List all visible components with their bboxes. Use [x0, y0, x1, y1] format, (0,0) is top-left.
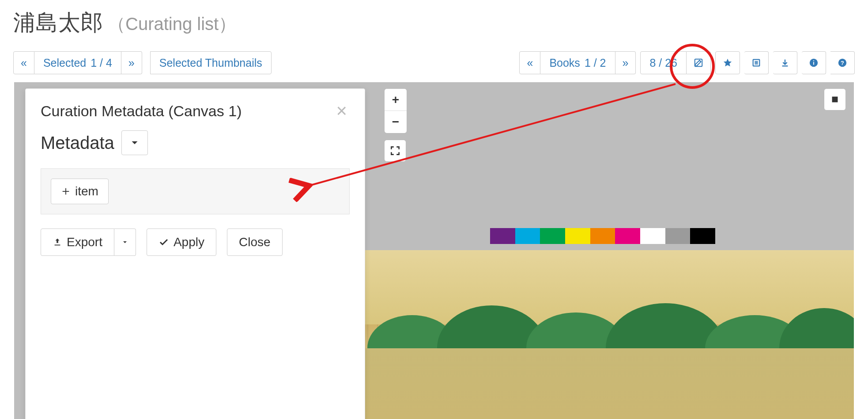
favorite-button[interactable]: [715, 51, 740, 74]
export-split-button: Export: [41, 229, 136, 256]
stop-button[interactable]: [824, 88, 846, 110]
plus-icon: [61, 187, 71, 196]
export-label: Export: [67, 235, 102, 249]
star-icon: [723, 58, 732, 68]
close-icon: ×: [336, 100, 347, 121]
info-icon: [809, 58, 819, 68]
svg-text:?: ?: [841, 60, 844, 66]
viewer-controls: + −: [384, 88, 407, 162]
export-icon: [53, 237, 62, 247]
add-item-button[interactable]: item: [51, 179, 109, 204]
list-button[interactable]: [744, 51, 769, 74]
page-subtitle: （Curating list）: [108, 12, 236, 36]
metadata-items-box: item: [41, 168, 350, 214]
books-count: 1 / 2: [585, 56, 606, 69]
check-icon: [159, 237, 169, 248]
apply-label: Apply: [174, 235, 204, 249]
help-icon: ?: [838, 58, 847, 68]
zoom-group: + −: [384, 88, 407, 133]
panel-close-button[interactable]: ×: [333, 101, 350, 121]
selected-status-button[interactable]: Selected 1 / 4: [34, 51, 121, 74]
scroll-painting: [358, 250, 854, 419]
toolbar-right: « Books 1 / 2 » 8 / 26 ?: [519, 51, 855, 74]
page-title-row: 浦島太郎 （Curating list）: [13, 8, 236, 38]
help-button[interactable]: ?: [830, 51, 855, 74]
export-dropdown-button[interactable]: [114, 229, 136, 256]
selected-pager: « Selected 1 / 4 »: [13, 51, 142, 74]
page-and-edit: 8 / 26: [640, 51, 711, 74]
thumbnails-group: Selected Thumbnails: [150, 51, 272, 74]
metadata-section-label: Metadata: [41, 133, 114, 153]
edit-icon: [694, 58, 703, 68]
fullscreen-button[interactable]: [384, 140, 406, 162]
zoom-in-button[interactable]: +: [385, 89, 407, 111]
page-indicator-button[interactable]: 8 / 26: [640, 51, 687, 74]
fullscreen-icon: [389, 145, 401, 156]
download-icon: [780, 58, 790, 68]
selected-thumbnails-button[interactable]: Selected Thumbnails: [150, 51, 272, 74]
books-pager: « Books 1 / 2 »: [519, 51, 636, 74]
list-icon: [751, 58, 761, 68]
books-prev-button[interactable]: «: [519, 51, 540, 74]
selected-count: 1 / 4: [91, 56, 112, 69]
selected-next-button[interactable]: »: [121, 51, 142, 74]
color-calibration-bar: [490, 228, 715, 244]
toolbar-left: « Selected 1 / 4 » Selected Thumbnails: [13, 51, 272, 74]
page-title: 浦島太郎: [13, 8, 103, 38]
metadata-collapse-toggle[interactable]: [121, 130, 148, 155]
books-next-button[interactable]: »: [615, 51, 636, 74]
curation-metadata-panel: Curation Metadata (Canvas 1) × Metadata …: [25, 88, 365, 419]
zoom-out-button[interactable]: −: [385, 111, 407, 133]
info-button[interactable]: [802, 51, 826, 74]
add-item-label: item: [75, 184, 98, 198]
close-label: Close: [239, 235, 271, 249]
books-status-button[interactable]: Books 1 / 2: [540, 51, 615, 74]
svg-rect-4: [813, 61, 814, 61]
caret-down-icon: [129, 137, 140, 149]
svg-rect-0: [695, 59, 702, 67]
selected-label: Selected: [43, 56, 86, 69]
download-button[interactable]: [773, 51, 797, 74]
stop-icon: [830, 95, 840, 104]
caret-down-icon: [121, 239, 128, 246]
svg-rect-3: [813, 62, 814, 65]
close-button[interactable]: Close: [227, 229, 283, 256]
svg-rect-7: [832, 97, 838, 103]
export-button[interactable]: Export: [41, 229, 114, 256]
apply-button[interactable]: Apply: [147, 229, 216, 256]
panel-title: Curation Metadata (Canvas 1): [41, 103, 242, 120]
edit-metadata-button[interactable]: [687, 51, 711, 74]
selected-prev-button[interactable]: «: [13, 51, 34, 74]
books-label: Books: [549, 56, 580, 69]
